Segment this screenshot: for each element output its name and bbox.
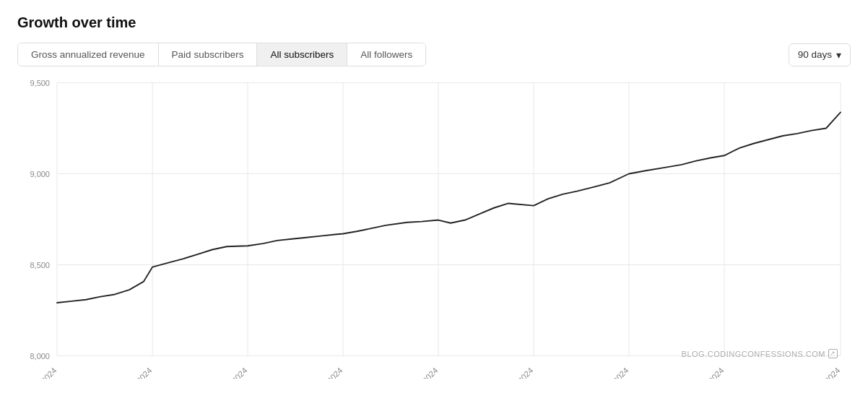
tab-group: Gross annualized revenue Paid subscriber…: [17, 43, 426, 66]
svg-text:Dec 09, 2024: Dec 09, 2024: [802, 366, 842, 379]
growth-chart: 9,500 9,000 8,500 8,000 Sep 20, 2024 Sep…: [17, 75, 851, 379]
page-title: Growth over time: [17, 14, 851, 31]
svg-text:Oct 20, 2024: Oct 20, 2024: [306, 366, 344, 379]
svg-text:Sep 30, 2024: Sep 30, 2024: [114, 366, 154, 379]
svg-text:9,500: 9,500: [30, 78, 50, 87]
tab-gross[interactable]: Gross annualized revenue: [18, 43, 159, 66]
tab-all-followers[interactable]: All followers: [347, 43, 425, 66]
svg-text:Oct 10, 2024: Oct 10, 2024: [211, 366, 249, 379]
watermark: BLOG.CODINGCONFESSIONS.COM: [682, 349, 838, 358]
svg-text:Nov 29, 2024: Nov 29, 2024: [686, 366, 726, 379]
svg-text:Nov 19, 2024: Nov 19, 2024: [591, 366, 630, 379]
svg-text:Oct 30, 2024: Oct 30, 2024: [402, 366, 440, 379]
external-link-icon: [828, 349, 838, 358]
period-selector[interactable]: 90 days ▾: [789, 43, 851, 66]
chart-container: 9,500 9,000 8,500 8,000 Sep 20, 2024 Sep…: [17, 75, 851, 379]
svg-text:8,000: 8,000: [30, 351, 50, 360]
svg-text:8,500: 8,500: [30, 260, 50, 269]
tab-all-subscribers[interactable]: All subscribers: [257, 43, 347, 66]
svg-text:Nov 09, 2024: Nov 09, 2024: [495, 366, 535, 379]
tab-paid[interactable]: Paid subscribers: [159, 43, 258, 66]
svg-text:Sep 20, 2024: Sep 20, 2024: [19, 366, 58, 379]
toolbar: Gross annualized revenue Paid subscriber…: [17, 43, 851, 66]
period-label: 90 days: [798, 49, 832, 60]
watermark-text: BLOG.CODINGCONFESSIONS.COM: [682, 350, 825, 358]
svg-text:9,000: 9,000: [30, 169, 50, 178]
chevron-down-icon: ▾: [836, 49, 841, 61]
